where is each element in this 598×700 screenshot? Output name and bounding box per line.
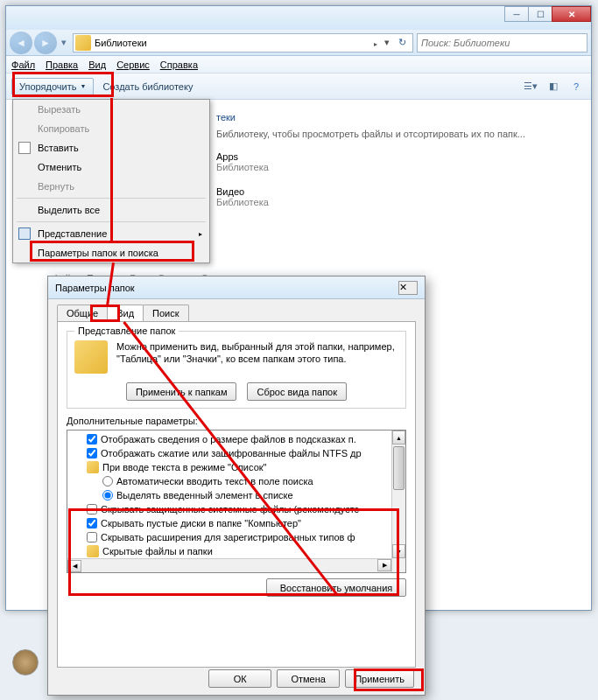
scrollbar-horizontal[interactable]: ◀ ▶ [67,558,391,572]
scroll-down-button[interactable]: ▼ [392,544,405,558]
menu-file[interactable]: Файл [11,60,35,70]
restore-defaults-button[interactable]: Восстановить умолчания [266,578,406,597]
menu-cut[interactable]: Вырезать [13,100,209,119]
address-bar[interactable]: Библиотеки ▾ ↻ [73,33,413,52]
search-input[interactable] [421,38,583,48]
history-dropdown[interactable]: ▾ [59,34,69,52]
scroll-up-button[interactable]: ▲ [392,430,405,444]
list-item[interactable]: Видео Библиотека [216,186,580,207]
group-text: Можно применить вид, выбранный для этой … [116,340,398,374]
menu-redo[interactable]: Вернуть [13,177,209,196]
item-title: Видео [216,186,269,197]
chevron-down-icon: ▼ [80,83,86,89]
item-subtitle: Библиотека [216,162,269,172]
list-item[interactable]: Скрывать пустые диски в папке "Компьютер… [71,516,402,530]
radio[interactable] [102,490,113,500]
list-item[interactable]: Отображать сведения о размере файлов в п… [71,432,402,446]
scroll-right-button[interactable]: ▶ [377,559,391,571]
advanced-label: Дополнительные параметры: [67,416,406,426]
group-legend: Представление папок [74,326,179,336]
checkbox[interactable] [87,448,97,458]
refresh-icon[interactable]: ↻ [393,34,411,52]
tab-view[interactable]: Вид [107,304,144,321]
reset-folders-button[interactable]: Сброс вида папок [247,382,347,401]
radio[interactable] [102,476,113,486]
menu-view[interactable]: Вид [88,60,106,70]
dialog-title: Параметры папок [55,283,398,293]
address-text: Библиотеки [95,38,370,48]
page-title: теки [216,107,580,125]
address-separator [370,38,381,48]
cancel-button[interactable]: Отмена [277,669,340,688]
checkbox[interactable] [87,434,97,444]
list-item[interactable]: При вводе текста в режиме "Список" [71,460,402,474]
tab-search[interactable]: Поиск [143,304,188,321]
menu-paste[interactable]: Вставить [13,138,209,158]
maximize-button[interactable]: ☐ [528,6,552,22]
menu-folder-options[interactable]: Параметры папок и поиска [13,243,209,262]
page-subtitle: Библиотеку, чтобы просмотреть файлы и от… [216,129,580,139]
dialog-close-button[interactable]: ✕ [398,281,418,295]
paste-icon [18,142,31,154]
libraries-icon [75,35,91,51]
dialog-titlebar: Параметры папок ✕ [48,276,425,299]
help-icon[interactable]: ? [566,77,586,96]
dialog-buttons: ОК Отмена Применить [208,669,414,688]
forward-button[interactable]: ► [34,32,57,54]
checkbox[interactable] [87,518,97,528]
item-title: Apps [216,151,269,162]
list-item[interactable]: Скрывать защищенные системные файлы (рек… [71,502,402,516]
folder-icon [87,461,99,473]
menu-tools[interactable]: Сервис [116,60,150,70]
organize-label: Упорядочить [19,81,76,92]
list-item[interactable]: Скрывать расширения для зарегистрированн… [71,530,402,544]
titlebar: ─ ☐ ✕ [6,6,591,30]
back-button[interactable]: ◄ [10,32,32,54]
preview-pane-button[interactable]: ◧ [544,77,563,96]
list-item[interactable]: Скрытые файлы и папки [71,544,402,558]
organize-button[interactable]: Упорядочить ▼ [11,78,94,95]
scrollbar-vertical[interactable]: ▲ ▼ [391,430,405,572]
list-item[interactable]: Apps Библиотека [216,151,580,172]
menu-copy[interactable]: Копировать [13,119,209,138]
folder-views-group: Представление папок Можно применить вид,… [67,331,406,409]
checkbox[interactable] [87,532,97,542]
menubar: Файл Правка Вид Сервис Справка [6,56,591,74]
avatar [12,649,39,676]
new-library-button[interactable]: Создать библиотеку [102,81,193,92]
close-button[interactable]: ✕ [552,6,591,22]
search-box[interactable] [417,33,587,52]
checkbox[interactable] [87,504,97,514]
minimize-button[interactable]: ─ [504,6,529,22]
folder-options-dialog: Параметры папок ✕ Общие Вид Поиск Предст… [47,276,426,696]
apply-button[interactable]: Применить [345,669,414,688]
folder-icon [87,545,99,557]
tabs: Общие Вид Поиск [48,299,425,321]
apply-to-folders-button[interactable]: Применить к папкам [126,382,237,401]
nav-row: ◄ ► ▾ Библиотеки ▾ ↻ [6,30,591,56]
list-item[interactable]: Автоматически вводить текст в поле поиск… [71,474,402,488]
scroll-left-button[interactable]: ◀ [67,560,81,572]
advanced-settings-list: Отображать сведения о размере файлов в п… [67,430,406,573]
menu-select-all[interactable]: Выделить все [13,200,209,220]
list-item[interactable]: Отображать сжатие или зашифрованные файл… [71,446,402,460]
organize-dropdown: Вырезать Копировать Вставить Отменить Ве… [12,99,210,263]
ok-button[interactable]: ОК [208,669,271,688]
menu-edit[interactable]: Правка [46,60,78,70]
list-item[interactable]: Выделять введенный элемент в списке [71,488,402,502]
item-subtitle: Библиотека [216,197,269,207]
toolbar: Упорядочить ▼ Создать библиотеку ☰▾ ◧ ? [6,74,591,100]
list-item[interactable]: Показывать скрытые файлы, папки и диски [71,572,402,573]
menu-undo[interactable]: Отменить [13,158,209,177]
menu-layout[interactable]: Представление [13,224,209,243]
layout-icon [18,228,31,240]
tab-panel-view: Представление папок Можно применить вид,… [57,321,416,668]
scroll-thumb[interactable] [393,446,405,490]
tab-general[interactable]: Общие [57,304,108,321]
menu-help[interactable]: Справка [160,60,198,70]
view-mode-button[interactable]: ☰▾ [521,77,540,96]
address-dropdown[interactable]: ▾ [381,37,393,48]
folder-icon [74,340,108,374]
